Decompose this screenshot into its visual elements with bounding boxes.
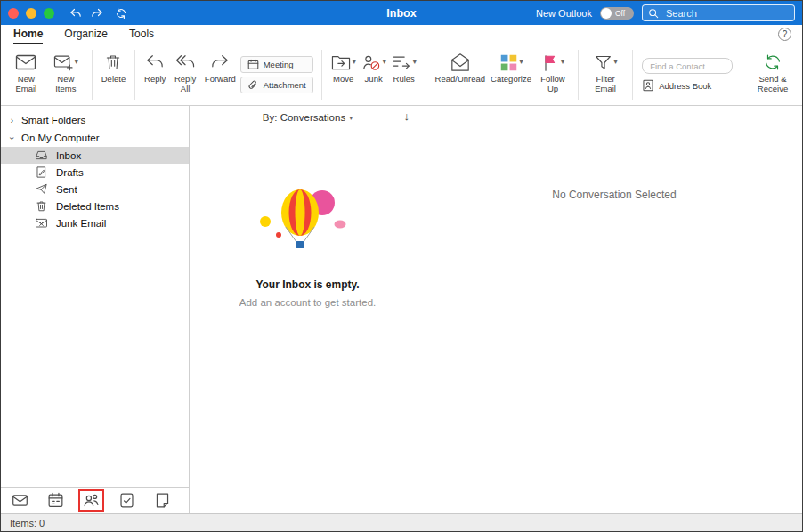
send-receive-button[interactable]: Send & Receive — [749, 47, 797, 102]
attachment-icon — [247, 79, 259, 91]
forward-button[interactable]: Forward — [202, 47, 239, 102]
chevron-down-icon: ▾ — [413, 58, 417, 66]
delete-button[interactable]: Delete — [99, 47, 128, 102]
sidebar-item-deleted-items[interactable]: Deleted Items — [1, 197, 189, 214]
read-unread-button[interactable]: Read/Unread — [433, 47, 489, 102]
rules-icon — [392, 53, 411, 71]
message-list-pane: By: Conversations ▾ ↓ Your Inbox is empt… — [190, 106, 426, 513]
sort-label[interactable]: By: Conversations — [263, 112, 345, 123]
traffic-lights — [8, 8, 54, 19]
zoom-window-button[interactable] — [44, 8, 54, 19]
forward-icon — [210, 53, 230, 71]
tab-home[interactable]: Home — [13, 28, 43, 44]
notes-module-icon — [154, 492, 171, 509]
people-module-icon — [83, 492, 100, 509]
ribbon-tabs: Home Organize Tools ? — [1, 25, 802, 44]
send-receive-label: Send & Receive — [751, 75, 794, 94]
address-book-button[interactable]: Address Book — [642, 79, 733, 92]
delete-label: Delete — [101, 75, 126, 85]
mail-module-button[interactable] — [12, 492, 28, 509]
undo-button[interactable] — [69, 7, 81, 19]
sidebar-item-junk-email[interactable]: Junk Email — [1, 214, 189, 231]
folder-label: Deleted Items — [56, 201, 119, 212]
sidebar-item-sent[interactable]: Sent — [1, 181, 189, 197]
reading-pane: No Conversation Selected — [426, 106, 802, 513]
read-unread-icon — [450, 52, 470, 72]
meeting-button[interactable]: Meeting — [240, 56, 313, 73]
folder-label: Drafts — [56, 167, 84, 178]
sync-button[interactable] — [115, 7, 127, 20]
sort-header[interactable]: By: Conversations ▾ ↓ — [190, 106, 426, 129]
close-window-button[interactable] — [8, 8, 19, 19]
sync-icon — [115, 7, 127, 20]
reply-button[interactable]: Reply — [142, 47, 168, 102]
categorize-icon — [499, 53, 518, 72]
ribbon-separator — [321, 50, 322, 100]
notes-module-button[interactable] — [154, 492, 171, 509]
rules-button[interactable]: ▾ Rules — [389, 47, 419, 102]
sidebar-item-inbox[interactable]: Inbox — [1, 147, 189, 164]
find-contact-input[interactable] — [642, 58, 733, 74]
sidebar-item-drafts[interactable]: Drafts — [1, 164, 189, 181]
toggle-knob — [601, 8, 612, 19]
module-switcher — [1, 487, 189, 513]
new-email-icon — [15, 53, 36, 71]
sidebar-section-on-my-computer[interactable]: › On My Computer — [1, 129, 189, 147]
delete-icon — [104, 52, 122, 72]
reply-all-label: Reply All — [171, 75, 199, 94]
filter-email-button[interactable]: ▾ Filter Email — [585, 47, 626, 102]
sidebar-section-smart-folders[interactable]: › Smart Folders — [1, 111, 189, 129]
chevron-down-icon: ▾ — [75, 58, 78, 66]
main-area: › Smart Folders › On My Computer Inbox D… — [1, 106, 802, 513]
search-input[interactable] — [664, 7, 789, 20]
status-bar: Items: 0 — [1, 513, 802, 531]
junk-button[interactable]: ▾ Junk — [359, 47, 389, 102]
minimize-window-button[interactable] — [26, 8, 36, 19]
help-icon: ? — [783, 29, 788, 39]
contact-group: Address Book — [639, 47, 735, 102]
attachment-button[interactable]: Attachment — [240, 77, 313, 93]
meeting-attachment-group: Meeting Attachment — [239, 47, 315, 102]
categorize-label: Categorize — [491, 75, 531, 85]
empty-inbox-state: Your Inbox is empty. Add an account to g… — [239, 184, 376, 308]
balloon-illustration — [258, 184, 358, 266]
ribbon-separator — [92, 50, 93, 100]
empty-inbox-subtitle: Add an account to get started. — [239, 297, 376, 308]
chevron-down-icon: ▾ — [520, 58, 523, 66]
search-box[interactable] — [642, 4, 795, 21]
redo-button[interactable] — [92, 7, 104, 19]
new-email-button[interactable]: New Email — [6, 47, 46, 102]
undo-icon — [69, 7, 81, 19]
chevron-right-icon[interactable]: › — [8, 116, 16, 125]
ribbon: New Email ▾ New Items Delete Reply Repl — [1, 44, 802, 106]
reply-all-icon — [175, 53, 196, 71]
section-label: Smart Folders — [21, 115, 85, 125]
ribbon-separator — [426, 50, 426, 100]
calendar-module-button[interactable] — [47, 492, 64, 509]
move-button[interactable]: ▾ Move — [328, 47, 359, 102]
tab-tools[interactable]: Tools — [129, 28, 154, 44]
new-outlook-toggle[interactable]: Off — [600, 7, 634, 20]
tab-organize[interactable]: Organize — [64, 28, 108, 44]
sort-direction-icon[interactable]: ↓ — [404, 109, 410, 123]
titlebar-right: New Outlook Off — [536, 4, 795, 21]
trash-icon — [35, 199, 48, 213]
no-conversation-text: No Conversation Selected — [552, 189, 676, 201]
chevron-down-icon: ▾ — [561, 58, 564, 66]
empty-inbox-title: Your Inbox is empty. — [256, 278, 359, 291]
people-module-button[interactable] — [83, 492, 100, 509]
reply-all-button[interactable]: Reply All — [168, 47, 201, 102]
categorize-button[interactable]: ▾ Categorize — [488, 47, 534, 102]
ribbon-separator — [632, 50, 633, 100]
chevron-down-icon: ▾ — [353, 58, 356, 66]
follow-up-button[interactable]: ▾ Follow Up — [534, 47, 572, 102]
tasks-module-button[interactable] — [118, 492, 135, 509]
title-bar: Inbox New Outlook Off — [1, 1, 802, 25]
chevron-down-icon[interactable]: › — [7, 134, 17, 142]
drafts-icon — [35, 165, 48, 179]
help-button[interactable]: ? — [778, 28, 791, 41]
toggle-state-label: Off — [615, 9, 625, 18]
new-items-button[interactable]: ▾ New Items — [46, 47, 85, 102]
reply-label: Reply — [144, 75, 166, 85]
ribbon-separator — [742, 50, 742, 100]
